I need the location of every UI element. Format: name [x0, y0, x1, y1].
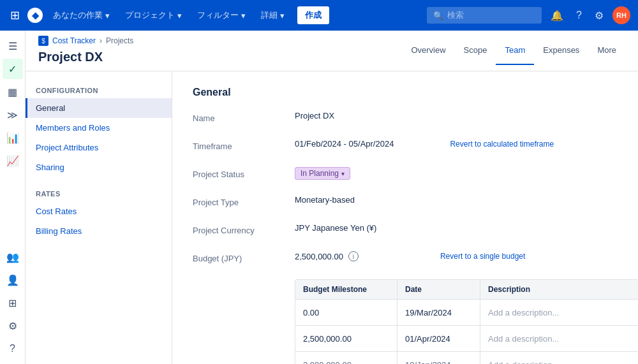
sub-header: $ Cost Tracker › Projects Project DX Ove… [26, 31, 638, 71]
config-item-members[interactable]: Members and Roles [26, 118, 172, 138]
tab-overview[interactable]: Overview [402, 36, 454, 65]
main-content: General Name Project DX Timeframe 01/Feb… [172, 71, 638, 364]
field-label-type: Project Type [193, 195, 295, 207]
content-area: $ Cost Tracker › Projects Project DX Ove… [26, 31, 638, 364]
table-row: 2,500,000.00 01/Apr/2024 Add a descripti… [295, 326, 638, 352]
sub-header-nav: Overview Scope Team Expenses More [402, 36, 625, 65]
field-value-status: In Planning ▾ [295, 167, 350, 180]
body-area: Configuration General Members and Roles … [26, 71, 638, 364]
breadcrumb-cost-tracker[interactable]: Cost Tracker [52, 36, 96, 45]
cell-date-2: 10/Jan/2024 [397, 352, 480, 364]
search-icon: 🔍 [433, 11, 443, 20]
page-title: Project DX [38, 47, 133, 71]
nav-filters[interactable]: フィルター [192, 7, 251, 24]
status-dropdown-arrow: ▾ [341, 170, 345, 177]
config-item-billing-rates[interactable]: Billing Rates [26, 221, 172, 241]
cell-milestone-2: 2,000,000.00 [295, 352, 397, 364]
create-button[interactable]: 作成 [297, 6, 329, 24]
config-item-sharing[interactable]: Sharing [26, 157, 172, 177]
nav-projects[interactable]: プロジェクト [120, 7, 187, 24]
breadcrumb-area: $ Cost Tracker › Projects Project DX [38, 31, 133, 71]
budget-table: Budget Milestone Date Description Action… [295, 279, 638, 364]
config-section-title-rates: Rates [26, 185, 172, 201]
nav-your-work[interactable]: あなたの作業 [48, 7, 115, 24]
help-icon[interactable]: ? [572, 7, 586, 24]
search-bar[interactable]: 🔍 検索 [427, 7, 542, 24]
grid-icon[interactable]: ⊞ [8, 6, 22, 25]
field-value-currency: JPY Japanese Yen (¥) [295, 223, 376, 233]
budget-row: 2,500,000.00 i Revert to a single budget [295, 251, 525, 261]
field-project-status: Project Status In Planning ▾ [193, 167, 618, 185]
field-project-type: Project Type Monetary-based [193, 195, 618, 213]
tab-scope[interactable]: Scope [455, 36, 496, 65]
field-budget: Budget (JPY) 2,500,000.00 i Revert to a … [193, 251, 618, 269]
breadcrumb-app-icon: $ [38, 36, 48, 46]
sidebar-icon-menu[interactable]: ☰ [3, 36, 23, 56]
sidebar-icon-grid[interactable]: ⊞ [3, 293, 23, 313]
col-header-description: Description [480, 280, 638, 299]
settings-icon[interactable]: ⚙ [591, 7, 607, 24]
sidebar-icon-user[interactable]: 👤 [3, 270, 23, 290]
table-row: 0.00 19/Mar/2024 Add a description... Ad… [295, 300, 638, 326]
field-label-currency: Project Currency [193, 223, 295, 235]
top-nav: ⊞ ◆ あなたの作業 プロジェクト フィルター 詳細 作成 🔍 検索 🔔 ? ⚙… [0, 0, 638, 31]
sidebar-icons: ☰ ✓ ▦ ≫ 📊 📈 👥 👤 ⊞ ⚙ ? [0, 31, 26, 364]
col-header-milestone: Budget Milestone [295, 280, 397, 299]
breadcrumb: $ Cost Tracker › Projects [38, 36, 133, 46]
field-label-status: Project Status [193, 167, 295, 179]
field-timeframe: Timeframe 01/Feb/2024 - 05/Apr/2024 Reve… [193, 139, 618, 157]
revert-budget-link[interactable]: Revert to a single budget [440, 252, 525, 261]
chevron-down-icon [241, 11, 246, 20]
cell-description-2[interactable]: Add a description... [480, 352, 638, 364]
sidebar-icon-help[interactable]: ? [3, 339, 23, 359]
app-logo[interactable]: ◆ [27, 8, 43, 23]
budget-table-header: Budget Milestone Date Description Action [295, 280, 638, 300]
col-header-date: Date [397, 280, 480, 299]
cell-date-0: 19/Mar/2024 [397, 300, 480, 325]
sidebar-icon-forward[interactable]: ≫ [3, 105, 23, 125]
chevron-down-icon [105, 11, 110, 20]
field-value-budget: 2,500,000.00 i Revert to a single budget [295, 251, 525, 261]
nav-details[interactable]: 詳細 [256, 7, 290, 24]
config-section-title-configuration: Configuration [26, 82, 172, 98]
status-badge[interactable]: In Planning ▾ [295, 167, 350, 180]
tab-more[interactable]: More [588, 36, 625, 65]
config-item-cost-rates[interactable]: Cost Rates [26, 201, 172, 221]
notifications-icon[interactable]: 🔔 [547, 7, 567, 24]
info-icon[interactable]: i [348, 251, 359, 261]
breadcrumb-section: Projects [106, 36, 133, 45]
sidebar-icon-check[interactable]: ✓ [3, 59, 23, 79]
sidebar-icon-calendar[interactable]: ▦ [3, 82, 23, 102]
field-label-budget: Budget (JPY) [193, 251, 295, 263]
table-row: 2,000,000.00 10/Jan/2024 Add a descripti… [295, 352, 638, 364]
config-sidebar: Configuration General Members and Roles … [26, 71, 172, 364]
field-value-timeframe: 01/Feb/2024 - 05/Apr/2024 Revert to calc… [295, 139, 554, 149]
tab-expenses[interactable]: Expenses [534, 36, 588, 65]
field-value-name: Project DX [295, 111, 334, 120]
config-item-general[interactable]: General [26, 98, 172, 118]
sidebar-icon-team[interactable]: 👥 [3, 247, 23, 267]
breadcrumb-separator: › [100, 36, 102, 45]
cell-milestone-1: 2,500,000.00 [295, 326, 397, 351]
cell-date-1: 01/Apr/2024 [397, 326, 480, 351]
sidebar-icon-chart-bar[interactable]: 📊 [3, 127, 23, 148]
field-name: Name Project DX [193, 111, 618, 129]
cell-milestone-0: 0.00 [295, 300, 397, 325]
sidebar-icon-chart-line[interactable]: 📈 [3, 150, 23, 171]
field-value-type: Monetary-based [295, 195, 355, 205]
avatar[interactable]: RH [612, 6, 630, 24]
chevron-down-icon [177, 11, 182, 20]
chevron-down-icon [280, 11, 285, 20]
cell-description-1[interactable]: Add a description... [480, 326, 638, 351]
sidebar-icon-settings[interactable]: ⚙ [3, 316, 23, 336]
tab-team[interactable]: Team [496, 36, 534, 65]
section-title: General [193, 87, 618, 98]
field-label-name: Name [193, 111, 295, 123]
config-item-attributes[interactable]: Project Attributes [26, 138, 172, 157]
cell-description-0[interactable]: Add a description... [480, 300, 638, 325]
field-project-currency: Project Currency JPY Japanese Yen (¥) [193, 223, 618, 241]
revert-timeframe-link[interactable]: Revert to calculated timeframe [450, 140, 554, 149]
field-label-timeframe: Timeframe [193, 139, 295, 151]
